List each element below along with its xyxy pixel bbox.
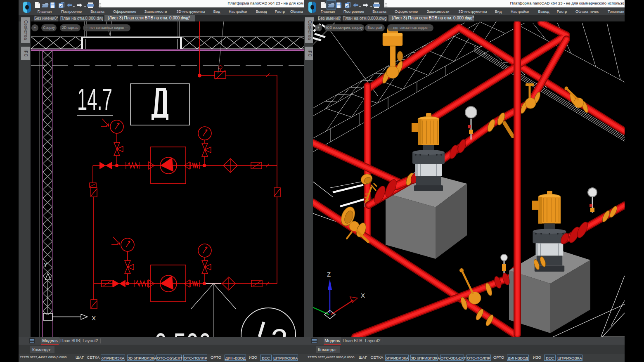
svg-text:X: X	[361, 292, 365, 299]
svg-text:Z: Z	[327, 271, 331, 278]
svg-text:0.500: 0.500	[154, 326, 211, 337]
svg-text:2: 2	[271, 323, 288, 337]
svg-text:14.7: 14.7	[77, 82, 112, 116]
svg-text:Y: Y	[44, 262, 47, 268]
svg-text:X: X	[92, 315, 96, 322]
